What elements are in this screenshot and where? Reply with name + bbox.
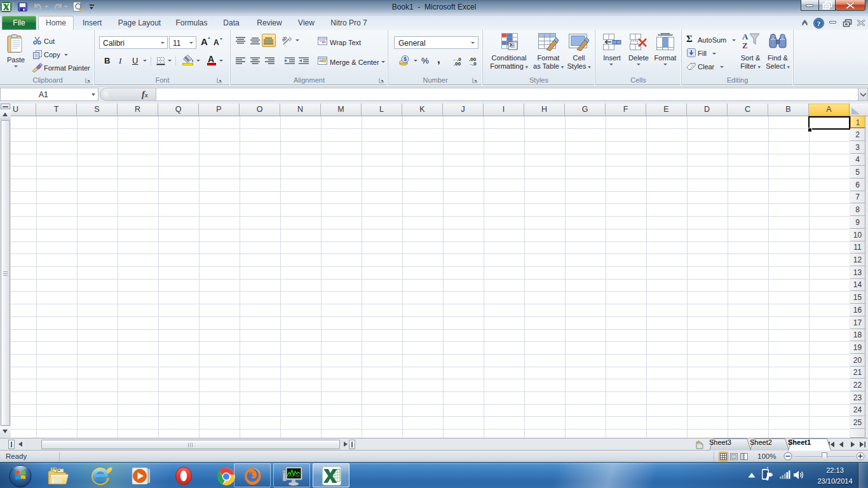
svg-text:.00: .00 [454, 61, 461, 65]
svg-text:.0: .0 [472, 61, 477, 65]
svg-text:Z: Z [742, 41, 748, 50]
svg-text:$: $ [403, 56, 407, 62]
svg-text:ab: ab [282, 36, 288, 43]
svg-text:?: ? [817, 20, 821, 27]
svg-text:A: A [742, 32, 749, 41]
